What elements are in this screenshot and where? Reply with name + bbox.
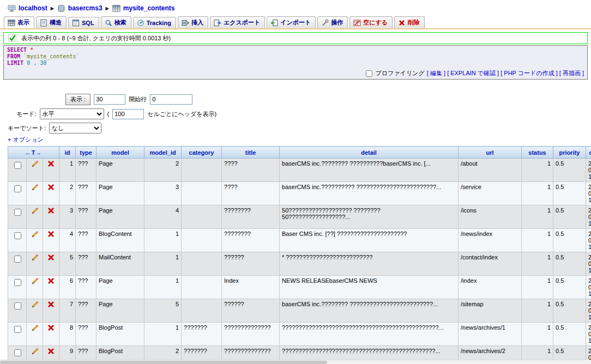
delete-x-icon[interactable]: [47, 160, 55, 168]
empty-icon: [353, 19, 361, 27]
transpose-header[interactable]: ←T→: [8, 147, 59, 159]
sql-action-link[interactable]: 再描画: [563, 70, 581, 76]
browse-icon: [8, 19, 15, 27]
row-checkbox[interactable]: [14, 256, 21, 263]
cell-url: /news/index: [459, 229, 522, 252]
table-row: 1???Page2????baserCMS inc.???????? ?????…: [8, 159, 591, 182]
tab-label: 削除: [408, 19, 420, 27]
row-checkbox[interactable]: [14, 302, 21, 310]
column-header-priority[interactable]: priority: [553, 147, 586, 159]
tab-sql[interactable]: SQL: [68, 17, 99, 28]
scrollbar-thumb[interactable]: [0, 361, 327, 364]
results-table: ←T→ idtypemodelmodel_idcategorytitledeta…: [8, 146, 591, 364]
delete-x-icon[interactable]: [47, 301, 55, 309]
row-checkbox[interactable]: [14, 232, 21, 239]
edit-pencil-icon[interactable]: [31, 160, 39, 168]
sql-keyword: LIMIT: [7, 60, 23, 66]
structure-icon: [40, 19, 47, 27]
delete-x-icon[interactable]: [47, 254, 55, 262]
delete-x-icon[interactable]: [47, 277, 55, 286]
cell-category: [182, 159, 222, 182]
cell-model_id: 1: [144, 323, 182, 346]
breadcrumb-table[interactable]: mysite_contents: [123, 4, 175, 12]
cell-category: [182, 205, 222, 229]
edit-pencil-icon[interactable]: [31, 230, 39, 239]
cell-type: ???: [76, 299, 97, 323]
edit-pencil-icon[interactable]: [31, 184, 39, 192]
column-header-model[interactable]: model: [97, 147, 144, 159]
delete-x-icon[interactable]: [47, 207, 55, 215]
row-checkbox[interactable]: [14, 349, 21, 356]
row-checkbox[interactable]: [14, 279, 21, 286]
sql-keyword: FROM: [7, 53, 20, 59]
edit-pencil-icon[interactable]: [31, 254, 39, 262]
edit-pencil-icon[interactable]: [31, 324, 39, 332]
results-table-wrap: ←T→ idtypemodelmodel_idcategorytitledeta…: [8, 146, 591, 364]
column-header-model_id[interactable]: model_id: [144, 147, 182, 159]
delete-x-icon[interactable]: [47, 324, 55, 332]
tab-insert[interactable]: 挿入: [178, 16, 208, 28]
tab-import[interactable]: インポート: [267, 16, 316, 28]
cell-title: ????: [222, 159, 280, 182]
row-checkbox[interactable]: [14, 326, 21, 333]
delete-x-icon[interactable]: [47, 230, 55, 239]
cell-status: 1: [522, 205, 553, 229]
cell-priority: 0.5: [553, 182, 586, 205]
table-row: 4???BlogContent1????????Baser CMS inc. […: [8, 229, 591, 252]
row-checkbox[interactable]: [14, 209, 21, 216]
cell-detail: 50??????????????????? ???????? 50???????…: [280, 205, 459, 229]
tab-operations[interactable]: 操作: [317, 16, 348, 28]
row-checkbox[interactable]: [14, 185, 21, 192]
cell-priority: 0.5: [553, 159, 586, 182]
cell-status: 1: [522, 323, 553, 346]
edit-pencil-icon[interactable]: [31, 348, 39, 356]
breadcrumb-database[interactable]: basercms3: [68, 4, 102, 12]
table-header-row: ←T→ idtypemodelmodel_idcategorytitledeta…: [8, 147, 591, 159]
mode-select[interactable]: 水平: [40, 108, 104, 119]
row-delete-cell: [43, 252, 59, 276]
column-header-status[interactable]: status: [522, 147, 553, 159]
delete-x-icon[interactable]: [47, 184, 55, 192]
sort-select[interactable]: なし: [49, 123, 101, 134]
cell-id: 8: [59, 323, 76, 346]
show-button[interactable]: 表示 :: [65, 94, 91, 105]
delete-x-icon[interactable]: [47, 348, 55, 356]
horizontal-scrollbar[interactable]: [0, 360, 591, 364]
sql-action-link[interactable]: PHP コードの作成: [504, 70, 554, 76]
cell-created: 201: [586, 182, 591, 205]
profiling-checkbox[interactable]: [366, 70, 372, 77]
insert-icon: [182, 19, 189, 27]
start-row-input[interactable]: [150, 94, 192, 105]
sql-action-link[interactable]: EXPLAIN で確認: [450, 70, 496, 76]
edit-pencil-icon[interactable]: [31, 277, 39, 286]
cell-title: Index: [222, 276, 280, 299]
tab-empty[interactable]: 空にする: [349, 16, 393, 28]
sql-action-link[interactable]: 編集: [430, 70, 442, 76]
row-checkbox[interactable]: [14, 162, 21, 169]
row-edit-cell: [27, 159, 43, 182]
edit-pencil-icon[interactable]: [31, 207, 39, 215]
edit-pencil-icon[interactable]: [31, 301, 39, 309]
column-header-detail[interactable]: detail: [280, 147, 459, 159]
cell-title: ??????: [222, 299, 280, 323]
cell-id: 5: [59, 252, 76, 276]
tab-export[interactable]: エクスポート: [210, 16, 265, 28]
result-status-text: 表示中の列 0 - 8 (~9 合計, クエリの実行時間 0.0013 秒): [21, 34, 171, 43]
tab-structure[interactable]: 構造: [36, 16, 67, 28]
tab-search[interactable]: 検索: [101, 16, 131, 28]
column-header-c[interactable]: c: [586, 147, 591, 159]
options-toggle-link[interactable]: + オプション: [8, 136, 44, 144]
tab-tracking[interactable]: Tracking: [133, 17, 176, 28]
column-header-url[interactable]: url: [459, 147, 522, 159]
header-every-input[interactable]: [112, 109, 144, 119]
rows-count-input[interactable]: [94, 94, 125, 105]
breadcrumb-server[interactable]: localhost: [19, 4, 47, 12]
tab-browse[interactable]: 表示: [4, 16, 34, 28]
column-header-title[interactable]: title: [222, 147, 280, 159]
column-header-id[interactable]: id: [59, 147, 76, 159]
column-header-category[interactable]: category: [182, 147, 222, 159]
tab-drop[interactable]: 削除: [394, 16, 425, 28]
tab-label: 操作: [331, 19, 343, 27]
column-header-type[interactable]: type: [76, 147, 97, 159]
cell-category: [182, 276, 222, 299]
